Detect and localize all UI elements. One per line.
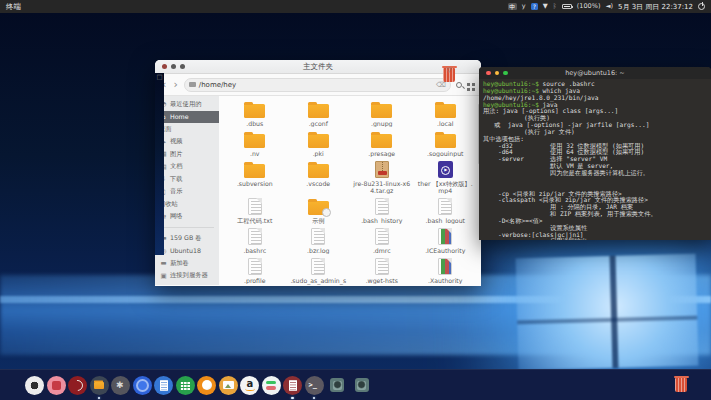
- file-name: .Xauthority: [416, 277, 476, 284]
- dock-item[interactable]: [305, 376, 324, 395]
- terminal-titlebar[interactable]: hey@ubuntu16: ~: [479, 67, 711, 79]
- file-name: 示例: [289, 217, 349, 224]
- file-icon: [308, 134, 329, 148]
- clock[interactable]: 5月 3日 周日 22:37:12: [618, 2, 693, 12]
- file-item[interactable]: .gconf: [287, 98, 351, 128]
- sidebar-item-label: Home: [170, 113, 189, 120]
- file-icon: [375, 228, 389, 245]
- sidebar-device-item[interactable]: 新加卷: [155, 257, 219, 270]
- dock-item[interactable]: [176, 376, 195, 395]
- sidebar-item[interactable]: 下载: [155, 173, 219, 186]
- volume-icon[interactable]: ◄): [605, 3, 613, 10]
- file-icon: [375, 258, 389, 275]
- file-icon: [375, 198, 389, 215]
- file-item[interactable]: .vscode: [287, 158, 351, 195]
- sidebar-item[interactable]: 桌面: [155, 123, 219, 136]
- sidebar-device-item[interactable]: Ubuntu18: [155, 245, 219, 258]
- file-item[interactable]: .bash_logout: [414, 195, 478, 225]
- file-item[interactable]: .dbus: [223, 98, 287, 128]
- search-icon[interactable]: [456, 82, 462, 88]
- file-name: .bash_history: [352, 217, 412, 224]
- battery-icon[interactable]: [562, 4, 572, 10]
- file-manager-titlebar[interactable]: 主文件夹: [155, 60, 481, 74]
- file-item[interactable]: .bzr.log: [287, 225, 351, 255]
- dock-item[interactable]: [68, 376, 87, 395]
- top-menu-bar: 终端 中 y ? ▼ ᛒ (100%) ◄) 5月 3日 周日 22:37:12: [0, 0, 711, 13]
- dock-item[interactable]: [154, 376, 173, 395]
- terminal-content[interactable]: hey@ubuntu16:~$ source .bashrc hey@ubunt…: [479, 79, 711, 240]
- sidebar-item[interactable]: Home: [155, 111, 219, 124]
- file-item[interactable]: .subversion: [223, 158, 287, 195]
- wallpaper-window-logo: [516, 254, 699, 371]
- file-item[interactable]: .gnupg: [350, 98, 414, 128]
- trash-icon[interactable]: [675, 378, 687, 392]
- file-item[interactable]: .wget-hsts: [350, 255, 414, 285]
- dock-item[interactable]: [197, 376, 216, 395]
- file-icon: [308, 201, 329, 215]
- file-item[interactable]: jre-8u231-linux-x64.tar.gz: [350, 158, 414, 195]
- file-item[interactable]: .bashrc: [223, 225, 287, 255]
- grid-view-icon[interactable]: [467, 83, 470, 86]
- dock-item[interactable]: [111, 376, 130, 395]
- file-item[interactable]: .local: [414, 98, 478, 128]
- file-item[interactable]: .profile: [223, 255, 287, 285]
- sidebar-item[interactable]: 最近使用的: [155, 98, 219, 111]
- file-icon: [435, 104, 456, 118]
- dock-item[interactable]: [219, 376, 238, 395]
- dock-item[interactable]: [355, 378, 369, 392]
- power-icon[interactable]: [698, 3, 705, 10]
- address-bar[interactable]: /home/hey ⌫: [184, 78, 451, 92]
- sidebar-item[interactable]: 网络: [155, 211, 219, 224]
- battery-percent: (100%): [577, 3, 601, 10]
- dock-item[interactable]: [90, 376, 109, 395]
- file-name: .local: [416, 120, 476, 127]
- sidebar-item[interactable]: 视频: [155, 136, 219, 149]
- file-item[interactable]: .sogouinput: [414, 128, 478, 158]
- file-icon: [435, 134, 456, 148]
- file-item[interactable]: ther 【xx特效版】. mp4: [414, 158, 478, 195]
- file-item[interactable]: 示例: [287, 195, 351, 225]
- sidebar-device-item[interactable]: 159 GB 卷: [155, 232, 219, 245]
- file-name: .vscode: [289, 180, 349, 187]
- keyboard-layout-icon[interactable]: y: [522, 3, 526, 10]
- file-item[interactable]: .Xauthority: [414, 255, 478, 285]
- terminal-line: [483, 177, 707, 184]
- dock-item[interactable]: [330, 378, 344, 392]
- file-item[interactable]: .ICEauthority: [414, 225, 478, 255]
- file-grid: .dbus .gconf .gnupg .local: [219, 96, 481, 285]
- input-method-icon[interactable]: 中: [508, 3, 517, 10]
- sidebar-device-label: 连接到服务器: [170, 271, 208, 280]
- file-item[interactable]: .nv: [223, 128, 287, 158]
- file-item[interactable]: .bash_history: [350, 195, 414, 225]
- forward-button[interactable]: ›: [172, 79, 178, 90]
- dock-item[interactable]: [25, 376, 44, 395]
- file-icon: [371, 134, 392, 148]
- sidebar: 最近使用的 Home 桌面 视频: [155, 96, 219, 285]
- dock-item[interactable]: [47, 376, 66, 395]
- dock-item[interactable]: [262, 376, 281, 395]
- network-icon[interactable]: ▼: [543, 3, 548, 10]
- file-manager-window: 主文件夹 ‹ › /home/hey ⌫ 最近使用的 Home: [155, 60, 481, 286]
- file-item[interactable]: .pki: [287, 128, 351, 158]
- dock-item[interactable]: [283, 376, 302, 395]
- sidebar-device-item[interactable]: 连接到服务器: [155, 270, 219, 283]
- help-icon[interactable]: ?: [531, 3, 538, 10]
- file-name: .profile: [225, 277, 285, 284]
- file-manager-body: 最近使用的 Home 桌面 视频: [155, 96, 481, 285]
- window-title: 主文件夹: [155, 62, 481, 72]
- file-name: .wget-hsts: [352, 277, 412, 284]
- file-item[interactable]: .dmrc: [350, 225, 414, 255]
- sidebar-item-label: 下载: [170, 175, 183, 184]
- file-item[interactable]: .presage: [350, 128, 414, 158]
- sidebar-item-label: 视频: [170, 137, 183, 146]
- sidebar-item[interactable]: 音乐: [155, 186, 219, 199]
- dock-item[interactable]: [240, 376, 259, 395]
- computer-icon: [189, 82, 196, 87]
- bluetooth-icon[interactable]: ᛒ: [553, 3, 557, 10]
- sidebar-item[interactable]: 图片: [155, 148, 219, 161]
- sidebar-item[interactable]: 文档: [155, 161, 219, 174]
- file-item[interactable]: .sudo_as_admin_successful: [287, 255, 351, 285]
- file-item[interactable]: 工程代码.txt: [223, 195, 287, 225]
- sidebar-item[interactable]: 回收站: [155, 198, 219, 211]
- dock-item[interactable]: [133, 376, 152, 395]
